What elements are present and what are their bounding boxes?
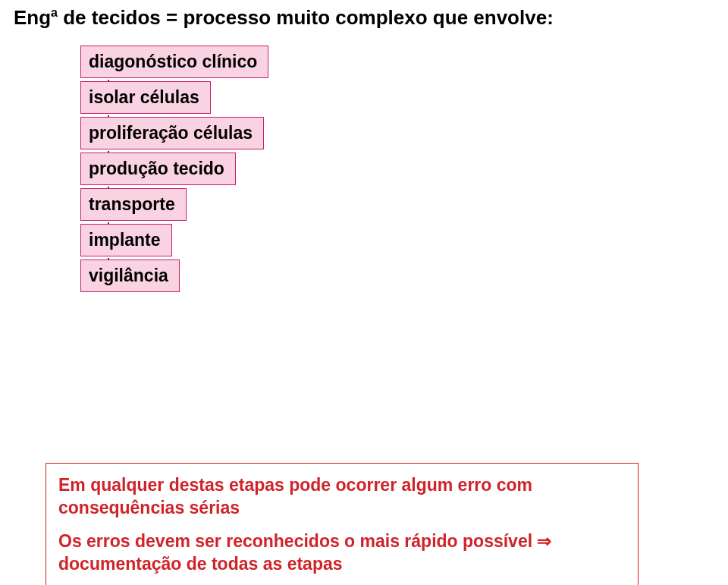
annotation-box: Em qualquer destas etapas pode ocorrer a… (46, 463, 639, 585)
step-vigilancia: vigilância (80, 259, 180, 292)
title-rest: de tecidos = processo muito complexo que… (58, 6, 554, 29)
page: Enga de tecidos = processo muito complex… (0, 0, 728, 585)
step-proliferacao: proliferação células (80, 117, 264, 149)
annotation-line-1: Em qualquer destas etapas pode ocorrer a… (58, 474, 626, 520)
step-implante: implante (80, 224, 172, 256)
step-diagnostico: diagonóstico clínico (80, 46, 268, 78)
title-superscript: a (51, 6, 58, 19)
page-title: Enga de tecidos = processo muito complex… (14, 6, 554, 30)
step-isolar: isolar células (80, 81, 211, 114)
step-transporte: transporte (80, 188, 187, 221)
flowchart: diagonóstico clínico isolar células prol… (80, 46, 268, 292)
title-prefix: Eng (14, 6, 51, 29)
step-producao: produção tecido (80, 153, 236, 185)
annotation-line-2: Os erros devem ser reconhecidos o mais r… (58, 530, 626, 576)
